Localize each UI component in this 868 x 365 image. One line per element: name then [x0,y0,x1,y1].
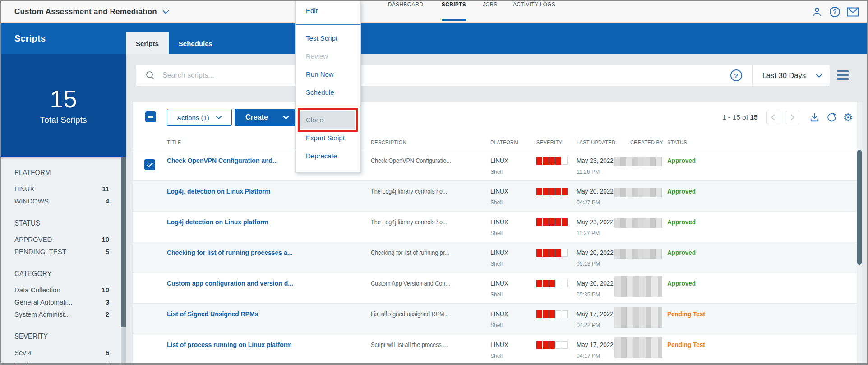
next-page-button[interactable] [786,111,799,124]
severity-segment [536,157,542,165]
table-scrollbar[interactable] [857,102,862,363]
menu-item-review: Review [296,47,360,65]
nav-dashboard[interactable]: DASHBOARD [388,1,423,23]
created-by-redacted [614,218,662,228]
script-title-link[interactable]: Checking for list of running processes a… [167,248,292,258]
status-badge: Approved [667,248,696,258]
platform-cell: LINUXShell [490,340,508,361]
severity-segment [543,310,549,318]
script-description: List all signed unsigned RPM... [371,309,449,319]
search-bar: ? Last 30 Days [136,65,830,86]
filter-item-general-automati[interactable]: General Automati...3 [14,296,109,308]
mail-icon[interactable] [847,7,859,17]
column-header-platform[interactable]: PLATFORM [490,139,518,146]
help-icon[interactable]: ? [830,7,840,17]
script-description: Script will list all the process ... [371,340,448,350]
pagination-range: 1 - 15 of 15 [722,113,757,121]
nav-activity-logs[interactable]: ACTIVITY LOGS [513,1,555,23]
severity-bar [536,280,568,287]
pagination: 1 - 15 of 15 ⚙ [722,109,853,126]
filter-item-approved[interactable]: APPROVED10 [14,233,109,245]
filter-item-sev-5[interactable]: Sev 55 [14,359,109,363]
script-description: The Log4j library controls ho... [371,186,447,196]
table-row[interactable]: Custom app configuration and version d..… [133,273,857,304]
user-icon[interactable] [811,6,823,18]
platform-shell: Shell [490,351,508,361]
column-header-created-by[interactable]: CREATED BY [630,139,663,146]
date-range-value[interactable]: Last 30 Days [762,71,806,80]
column-header-severity[interactable]: SEVERITY [536,139,562,146]
column-header-title[interactable]: TITLE [167,139,181,146]
row-checkbox[interactable] [144,159,155,170]
column-header-status[interactable]: STATUS [667,139,687,146]
nav-jobs[interactable]: JOBS [483,1,497,23]
actions-button[interactable]: Actions (1) [167,109,232,126]
sidebar-scrollbar-thumb[interactable] [121,157,126,327]
platform-shell: Shell [490,320,508,330]
filter-item-data-collection[interactable]: Data Collection10 [14,284,109,296]
script-title-link[interactable]: Log4j detection on Linux platform [167,217,268,227]
menu-toggle-icon[interactable] [837,70,849,80]
severity-segment [555,280,561,287]
table-row[interactable]: Checking for list of running processes a… [133,242,857,273]
filter-item-pending-test[interactable]: PENDING_TEST5 [14,245,109,258]
table-scrollbar-thumb[interactable] [857,150,862,265]
severity-bar [536,310,568,318]
menu-item-deprecate[interactable]: Deprecate [296,147,360,165]
search-input[interactable] [162,71,730,79]
prev-page-button[interactable] [766,111,780,124]
chevron-down-icon[interactable] [162,10,169,14]
menu-item-export-script[interactable]: Export Script [296,129,360,147]
platform-cell: LINUXShell [490,278,508,300]
status-badge: Approved [667,217,696,227]
filter-item-count: 4 [106,197,109,205]
platform-shell: Shell [490,198,508,208]
table-row[interactable]: Check OpenVPN Configuration and...Check … [133,150,857,181]
date-range-chevron-icon[interactable] [816,74,822,78]
filter-item-sev-4[interactable]: Sev 46 [14,347,109,359]
table-row[interactable]: List of Signed Unsigned RPMsList all sig… [133,304,857,334]
download-icon[interactable] [809,112,820,123]
refresh-icon[interactable] [826,112,837,123]
menu-item-schedule[interactable]: Schedule [296,83,360,102]
menu-item-run-now[interactable]: Run Now [296,65,360,83]
menu-item-edit[interactable]: Edit [296,2,360,20]
filter-item-count: 10 [102,236,109,243]
settings-gear-icon[interactable]: ⚙ [843,112,853,123]
search-help-icon[interactable]: ? [730,69,742,81]
last-updated-time: 11:26 PM [577,167,614,177]
table-row[interactable]: Log4j detection on Linux platformThe Log… [133,212,857,242]
script-title-link[interactable]: Check OpenVPN Configuration and... [167,156,278,166]
nav-scripts[interactable]: SCRIPTS [442,1,466,23]
last-updated-cell: May 23, 202211:27 PM [577,217,614,238]
menu-divider [296,106,360,106]
severity-segment [562,280,568,287]
filter-section-title: CATEGORY [14,269,52,278]
tab-scripts[interactable]: Scripts [126,32,169,54]
table-row[interactable]: Log4j. detection on Linux PlatformThe Lo… [133,181,857,212]
severity-segment [555,310,561,318]
tab-schedules[interactable]: Schedules [169,32,222,54]
last-updated-cell: May 20, 202204:27 PM [577,186,614,208]
app-switcher[interactable]: Custom Assessment and Remediation [14,1,169,23]
menu-item-clone-annotated[interactable]: Clone [300,111,355,129]
filter-item-system-administ[interactable]: System Administ...2 [14,308,109,320]
script-title-link[interactable]: List of process running on Linux platfor… [167,340,292,350]
create-button[interactable]: Create [235,109,296,126]
column-header-description[interactable]: DESCRIPTION [371,139,406,146]
select-all-checkbox[interactable] [145,111,156,122]
sidebar-scrollbar[interactable] [121,157,126,363]
filter-item-linux[interactable]: LINUX11 [14,183,109,195]
script-title-link[interactable]: Log4j. detection on Linux Platform [167,186,270,196]
main-content: ? Last 30 Days Actions (1) Create 1 - 15… [126,54,867,363]
menu-item-test-script[interactable]: Test Script [296,29,360,47]
severity-bar [536,157,568,165]
column-header-last-updated[interactable]: LAST UPDATED [577,139,615,146]
severity-segment [549,188,555,195]
severity-segment [562,157,568,165]
script-title-link[interactable]: List of Signed Unsigned RPMs [167,309,258,319]
script-title-link[interactable]: Custom app configuration and version d..… [167,278,293,288]
filter-item-windows[interactable]: WINDOWS4 [14,195,109,207]
table-row[interactable]: List of process running on Linux platfor… [133,334,857,365]
severity-segment [562,188,568,195]
